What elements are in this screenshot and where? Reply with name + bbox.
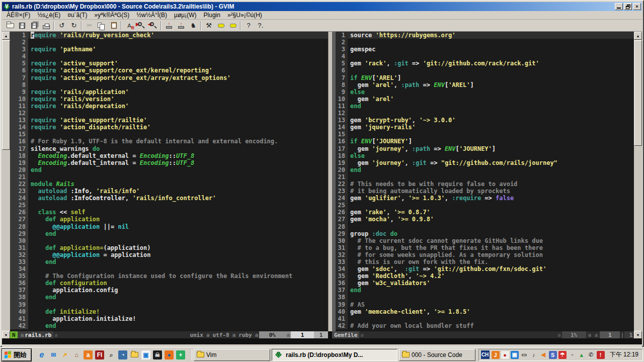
task-buttons: VimVrails.rb (D:\dropbox\My D...000 - So… xyxy=(194,349,478,361)
save-file-icon[interactable] xyxy=(16,21,28,31)
restore-button[interactable] xyxy=(624,3,632,10)
search-tool-icon[interactable]: ⌕ xyxy=(107,350,116,359)
scroll-up-icon[interactable]: ▲ xyxy=(634,32,642,40)
menu-item-5[interactable]: µøµ¡(W) xyxy=(171,11,200,19)
code-line-40: 40 def initialize! xyxy=(10,308,328,315)
right-scrollbar[interactable]: ▲ xyxy=(634,32,642,331)
code-line-27: 27gem 'mocha', '>= 0.9.8' xyxy=(336,216,637,223)
line-number: 20 xyxy=(336,166,348,173)
code-line-4: 4 xyxy=(336,53,637,60)
volume-icon[interactable]: ♪ xyxy=(530,351,538,359)
editor-pane-gemfile[interactable]: 1source 'https://rubygems.org'23gemspec4… xyxy=(336,32,637,331)
blue-app-icon[interactable]: ◔ xyxy=(118,350,127,359)
green-utility-icon[interactable]: ▲ xyxy=(578,351,586,359)
updater-icon[interactable]: + xyxy=(176,350,185,359)
split-divider[interactable] xyxy=(328,32,332,331)
java-update-icon[interactable]: J xyxy=(492,351,500,359)
save-session-icon[interactable]: ↑ xyxy=(175,21,187,31)
left-scrollbar[interactable]: ▲ xyxy=(2,32,10,331)
code-line-41: 41 xyxy=(336,315,637,322)
menu-item-4[interactable]: ½w½Ä°Ï(B) xyxy=(133,11,171,19)
line-number: 40 xyxy=(10,308,28,315)
line-number: 14 xyxy=(336,124,348,131)
scroll-up-icon[interactable]: ▲ xyxy=(2,32,10,40)
scroll-down-icon[interactable]: ▼ xyxy=(2,331,10,339)
right-scrollbar-thumb[interactable] xyxy=(634,40,642,146)
taskbar-button-0[interactable]: Vim xyxy=(194,349,270,361)
language-indicator[interactable]: CH xyxy=(481,350,490,359)
paste-icon[interactable] xyxy=(108,21,120,31)
avira-antivirus-icon[interactable]: ☂ xyxy=(558,351,567,359)
code-line-8: 8 gem 'arel', :path => ENV['AREL'] xyxy=(336,81,637,88)
command-line[interactable] xyxy=(2,338,642,344)
input-switcher-icon[interactable]: S xyxy=(549,351,557,359)
find-prev-icon[interactable]: ◀ xyxy=(147,21,159,31)
window-title: rails.rb (D:\dropbox\My Dropbox\000 - So… xyxy=(12,3,615,10)
dropbox-icon[interactable]: ▣ xyxy=(511,351,519,359)
line-number: 32 xyxy=(10,251,28,258)
line-number: 31 xyxy=(336,244,348,251)
folder-shortcut-icon[interactable] xyxy=(130,350,139,359)
menu-item-1[interactable]: ½s¿è(E) xyxy=(34,11,64,19)
find-next-icon[interactable]: ▶ xyxy=(135,21,147,31)
menu-item-0[interactable]: ÀÉ®×(F) xyxy=(3,11,34,19)
code-line-13: 13require 'active_support/railtie' xyxy=(10,117,328,124)
display-settings-icon[interactable]: ▭ xyxy=(520,351,528,359)
undo-icon[interactable]: ↺ xyxy=(56,21,68,31)
line-number: 2 xyxy=(10,39,28,46)
make-icon[interactable]: ⚒ xyxy=(203,21,215,31)
left-scrollbar-bottom[interactable]: ▼ xyxy=(2,331,10,338)
run-script-icon[interactable]: ♞ xyxy=(187,21,199,31)
scroll-down-icon[interactable]: ▼ xyxy=(634,331,642,339)
help-find-icon[interactable]: ?․ xyxy=(255,21,267,31)
taskbar-clock[interactable]: 下午 12:19 xyxy=(607,350,638,359)
code-line-20: 20end xyxy=(336,166,637,173)
firefox-icon[interactable]: ● xyxy=(165,350,174,359)
title-bar[interactable]: V rails.rb (D:\dropbox\My Dropbox\000 - … xyxy=(2,2,642,11)
code-line-2: 2 xyxy=(336,39,637,46)
code-line-25: 25 xyxy=(336,202,637,209)
start-button[interactable]: 開始 xyxy=(2,349,31,361)
print-icon[interactable] xyxy=(40,21,52,31)
code-line-17: 17 gem 'journey', :path => ENV['JOURNEY'… xyxy=(336,145,637,152)
build-tags-icon[interactable] xyxy=(215,21,227,31)
taskbar-button-gvim[interactable]: Vrails.rb (D:\dropbox\My D... xyxy=(272,349,397,361)
authoring-app-icon[interactable]: a xyxy=(84,350,93,359)
find-replace-icon[interactable]: AB xyxy=(123,21,135,31)
statusline-percent: 1% xyxy=(562,331,586,338)
home-page-icon[interactable]: ⌂ xyxy=(72,350,81,359)
sync-icon[interactable]: ◔ xyxy=(568,351,576,359)
phone-link-icon[interactable]: ✆ xyxy=(587,351,595,359)
taskbar-button-2[interactable]: 000 - Source Code xyxy=(399,349,475,361)
menu-item-2[interactable]: ¤u¨ã(T) xyxy=(64,11,91,19)
show-desktop-icon[interactable]: ▣ xyxy=(141,350,150,359)
recorder-icon[interactable]: ● xyxy=(501,351,509,359)
audio-horn-icon[interactable]: ◀ xyxy=(539,351,547,359)
shortcut-arrow-icon[interactable]: ↗ xyxy=(60,350,69,359)
save-all-icon[interactable] xyxy=(28,21,40,31)
code-line-24: 24 autoload :InfoController, 'rails/info… xyxy=(10,195,328,202)
minimize-button[interactable] xyxy=(615,3,623,10)
editor-pane-rails-rb[interactable]: 1require 'rails/ruby_version_check'23req… xyxy=(10,32,328,331)
load-session-icon[interactable]: ↑ xyxy=(163,21,175,31)
cut-icon[interactable]: ✂ xyxy=(84,21,96,31)
outlook-express-icon[interactable]: ✉ xyxy=(49,350,58,359)
close-button[interactable]: × xyxy=(633,3,641,10)
flash-icon[interactable]: Fl xyxy=(95,350,104,359)
left-scrollbar-thumb[interactable] xyxy=(2,40,10,150)
right-scrollbar-bottom[interactable]: ▼ xyxy=(634,331,642,338)
line-number: 36 xyxy=(336,280,348,287)
menu-item-3[interactable]: »yªk®ÄªG(S) xyxy=(91,11,133,19)
copy-icon[interactable] xyxy=(96,21,108,31)
code-line-30: 30 xyxy=(10,237,328,244)
menu-item-6[interactable]: Plugin xyxy=(200,11,224,19)
jump-tag-icon[interactable] xyxy=(227,21,239,31)
ie-icon[interactable]: e xyxy=(37,350,46,359)
menu-item-7[interactable]: »²§U»¡©ú(H) xyxy=(224,11,266,19)
statusline-row: ▼ N a rails.rb a unix a utf-8 a ruby a 0… xyxy=(2,331,642,338)
security-alert-icon[interactable]: ! xyxy=(597,351,605,359)
redo-icon[interactable]: ↻ xyxy=(68,21,80,31)
open-file-icon[interactable] xyxy=(4,21,16,31)
skull-app-icon[interactable]: ☠ xyxy=(153,350,162,359)
help-icon[interactable]: ? xyxy=(243,21,255,31)
